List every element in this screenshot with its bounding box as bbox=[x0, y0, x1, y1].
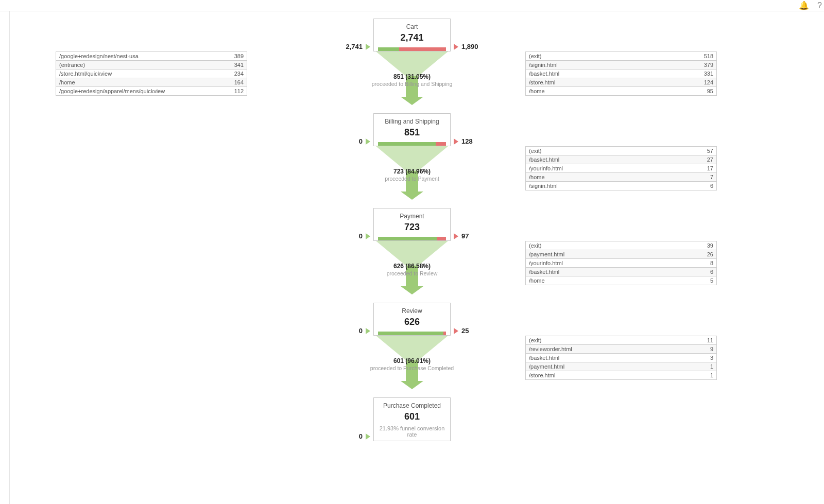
path-label: /basket.html bbox=[529, 354, 559, 362]
path-count: 341 bbox=[234, 61, 244, 69]
funnel-step-card[interactable]: Billing and Shipping851 bbox=[373, 113, 451, 146]
path-count: 518 bbox=[704, 52, 713, 60]
svg-marker-0 bbox=[376, 51, 448, 76]
funnel-step-card[interactable]: Purchase Completed60121.93% funnel conve… bbox=[373, 397, 451, 441]
path-label: /basket.html bbox=[529, 268, 559, 276]
triangle-right-red-icon bbox=[454, 44, 458, 50]
proceed-caption: 851 (31.05%)proceeded to Billing and Shi… bbox=[372, 73, 452, 88]
path-count: 9 bbox=[710, 345, 713, 353]
table-row[interactable]: /basket.html3 bbox=[525, 354, 717, 362]
table-row[interactable]: /basket.html27 bbox=[525, 155, 717, 164]
table-row[interactable]: (exit)11 bbox=[525, 336, 717, 345]
path-count: 112 bbox=[234, 87, 244, 95]
exit-paths-table: (exit)518/signin.html379/basket.html331/… bbox=[525, 51, 717, 96]
table-row[interactable]: /basket.html6 bbox=[525, 268, 717, 276]
proceed-caption: 601 (96.01%)proceeded to Purchase Comple… bbox=[370, 357, 454, 372]
table-row[interactable]: /store.html1 bbox=[525, 371, 717, 380]
continuation-bar bbox=[378, 47, 446, 51]
help-icon[interactable]: ? bbox=[817, 1, 822, 10]
path-label: /signin.html bbox=[529, 61, 558, 69]
table-row[interactable]: /payment.html26 bbox=[525, 250, 717, 259]
triangle-right-red-icon bbox=[454, 328, 458, 334]
conversion-rate-note: 21.93% funnel conversion rate bbox=[378, 425, 446, 438]
continuation-bar bbox=[378, 142, 446, 146]
path-label: /signin.html bbox=[529, 182, 558, 190]
path-label: /store.html bbox=[529, 78, 555, 86]
svg-marker-8 bbox=[401, 286, 423, 294]
path-count: 3 bbox=[710, 354, 713, 362]
funnel-connector: 626 (86.58%)proceeded to Review bbox=[373, 241, 451, 303]
path-count: 27 bbox=[707, 155, 713, 164]
svg-marker-9 bbox=[376, 336, 448, 360]
entries-count: 0 bbox=[359, 432, 370, 440]
table-row[interactable]: /home7 bbox=[525, 173, 717, 182]
table-row[interactable]: /signin.html6 bbox=[525, 182, 717, 190]
table-row[interactable]: /home164 bbox=[56, 78, 247, 87]
path-label: /yourinfo.html bbox=[529, 259, 563, 267]
path-label: /home bbox=[529, 276, 545, 285]
path-label: /home bbox=[529, 87, 545, 95]
table-row[interactable]: /payment.html1 bbox=[525, 362, 717, 371]
path-label: /revieworder.html bbox=[529, 345, 572, 353]
exits-count: 1,890 bbox=[454, 43, 478, 50]
table-row[interactable]: /store.html124 bbox=[525, 78, 717, 87]
path-count: 1 bbox=[710, 371, 713, 379]
svg-marker-11 bbox=[401, 381, 423, 389]
bell-icon[interactable]: 🔔 bbox=[799, 1, 809, 10]
triangle-right-green-icon bbox=[366, 233, 370, 239]
table-row[interactable]: /home95 bbox=[525, 87, 717, 96]
path-label: /home bbox=[529, 173, 545, 181]
path-count: 57 bbox=[707, 147, 713, 155]
path-label: /home bbox=[59, 78, 75, 86]
entries-count: 0 bbox=[359, 232, 370, 240]
continuation-bar bbox=[378, 237, 446, 240]
triangle-right-green-icon bbox=[366, 138, 370, 145]
path-count: 6 bbox=[710, 268, 713, 276]
table-row[interactable]: /yourinfo.html17 bbox=[525, 164, 717, 173]
path-label: /google+redesign/apparel/mens/quickview bbox=[59, 87, 165, 95]
step-total: 626 bbox=[378, 317, 446, 327]
path-count: 124 bbox=[704, 78, 713, 86]
svg-marker-6 bbox=[376, 241, 448, 266]
path-count: 331 bbox=[704, 69, 713, 78]
table-row[interactable]: (entrance)341 bbox=[56, 61, 247, 69]
step-total: 2,741 bbox=[378, 32, 446, 43]
funnel-connector: 723 (84.96%)proceeded to Payment bbox=[373, 146, 451, 208]
path-label: (entrance) bbox=[59, 61, 85, 69]
exits-count: 128 bbox=[454, 137, 473, 145]
funnel-step-card[interactable]: Cart2,741 bbox=[373, 19, 451, 51]
exit-paths-table: (exit)39/payment.html26/yourinfo.html8/b… bbox=[525, 241, 717, 285]
path-count: 11 bbox=[707, 336, 713, 344]
svg-marker-5 bbox=[401, 192, 423, 200]
table-row[interactable]: /google+redesign/nest/nest-usa389 bbox=[56, 52, 247, 61]
path-count: 6 bbox=[710, 182, 713, 190]
table-row[interactable]: /basket.html331 bbox=[525, 69, 717, 78]
funnel-connector: 851 (31.05%)proceeded to Billing and Shi… bbox=[373, 51, 451, 113]
table-row[interactable]: (exit)57 bbox=[525, 147, 717, 155]
exit-paths-table: (exit)11/revieworder.html9/basket.html3/… bbox=[525, 336, 717, 380]
app-topbar: 🔔 ? bbox=[0, 0, 824, 11]
path-count: 8 bbox=[710, 259, 713, 267]
step-title: Purchase Completed bbox=[378, 402, 446, 409]
table-row[interactable]: /home5 bbox=[525, 276, 717, 285]
table-row[interactable]: /revieworder.html9 bbox=[525, 345, 717, 354]
entries-count: 2,741 bbox=[346, 43, 370, 50]
table-row[interactable]: /yourinfo.html8 bbox=[525, 259, 717, 268]
step-title: Review bbox=[378, 307, 446, 315]
funnel-step-card[interactable]: Review626 bbox=[373, 303, 451, 336]
table-row[interactable]: (exit)39 bbox=[525, 241, 717, 250]
svg-marker-3 bbox=[376, 146, 448, 171]
table-row[interactable]: (exit)518 bbox=[525, 52, 717, 61]
path-count: 389 bbox=[234, 52, 244, 60]
path-count: 234 bbox=[234, 69, 244, 78]
exit-paths-table: (exit)57/basket.html27/yourinfo.html17/h… bbox=[525, 146, 717, 190]
proceed-caption: 626 (86.58%)proceeded to Review bbox=[387, 263, 438, 277]
table-row[interactable]: /signin.html379 bbox=[525, 61, 717, 69]
table-row[interactable]: /google+redesign/apparel/mens/quickview1… bbox=[56, 87, 247, 96]
path-label: (exit) bbox=[529, 52, 541, 60]
path-label: (exit) bbox=[529, 147, 541, 155]
table-row[interactable]: /store.html/quickview234 bbox=[56, 69, 247, 78]
path-count: 379 bbox=[704, 61, 713, 69]
continuation-bar bbox=[378, 332, 446, 335]
funnel-step-card[interactable]: Payment723 bbox=[373, 208, 451, 241]
